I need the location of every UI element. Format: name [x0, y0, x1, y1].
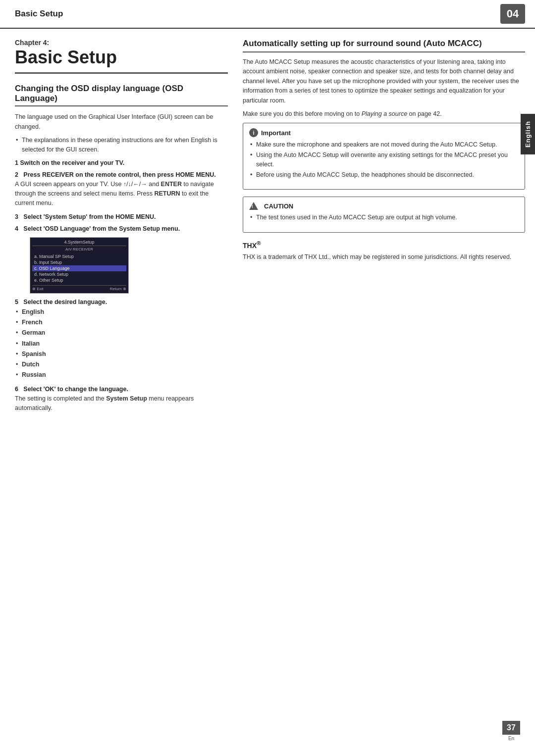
step4-title: 4 Select 'OSD Language' from the System … [15, 225, 228, 232]
top-header-bar: Basic Setup 04 [0, 0, 535, 29]
step2-body: A GUI screen appears on your TV. Use ↑/↓… [15, 180, 228, 208]
section1-intro: The language used on the Graphical User … [15, 112, 228, 132]
caution-box: ! CAUTION The test tones used in the Aut… [243, 197, 525, 233]
osd-item-3: d. Network Setup [32, 271, 126, 277]
step5-title: 5 Select the desired language. [15, 299, 228, 305]
section1-bullets: The explanations in these operating inst… [15, 136, 228, 154]
lang-dutch: Dutch [15, 359, 228, 370]
osd-menu-title: 4.SystemSetup [32, 240, 126, 246]
section2-heading: Automatically setting up for surround so… [243, 39, 525, 52]
osd-footer-exit: ⊕ Exit [32, 287, 44, 291]
caution-title: ! CAUTION [249, 202, 519, 210]
thx-body: THX is a trademark of THX Ltd., which ma… [243, 252, 525, 262]
language-side-tab: English [521, 114, 535, 154]
section2-body1: The Auto MCACC Setup measures the acoust… [243, 57, 525, 105]
important-bullet-3: Before using the Auto MCACC Setup, the h… [249, 170, 519, 180]
lang-russian: Russian [15, 370, 228, 380]
section2-body2: Make sure you do this before moving on t… [243, 109, 525, 119]
step2-title: 2 Press RECEIVER on the remote control, … [15, 171, 228, 178]
lang-english: English [15, 307, 228, 317]
lang-french: French [15, 317, 228, 328]
step6-body: The setting is completed and the System … [15, 394, 228, 413]
important-bullet-2: Using the Auto MCACC Setup will overwrit… [249, 151, 519, 169]
step1-title: 1 Switch on the receiver and your TV. [15, 159, 228, 166]
osd-item-4: e. Other Setup [32, 277, 126, 283]
step2: 2 Press RECEIVER on the remote control, … [15, 171, 228, 208]
lang-spanish: Spanish [15, 349, 228, 359]
step3-title: 3 Select 'System Setup' from the HOME ME… [15, 213, 228, 220]
important-icon: i [249, 128, 258, 137]
step5: 5 Select the desired language. English F… [15, 299, 228, 381]
page-language-code: En [502, 736, 520, 741]
lang-german: German [15, 328, 228, 338]
step6-title: 6 Select 'OK' to change the language. [15, 386, 228, 393]
main-content: Chapter 4: Basic Setup Changing the OSD … [0, 39, 535, 418]
osd-footer-return: Return ⊕ [110, 287, 126, 291]
chapter-title: Basic Setup [15, 48, 228, 74]
osd-item-0: a. Manual SP Setup [32, 253, 126, 259]
osd-menu-subtitle: A/V RECEIVER [32, 247, 126, 252]
important-bullets: Make sure the microphone and speakers ar… [249, 140, 519, 179]
important-title: i Important [249, 128, 519, 137]
important-label: Important [261, 129, 291, 137]
thx-title: THX® [243, 240, 525, 250]
caution-icon: ! [249, 202, 258, 210]
lang-italian: Italian [15, 339, 228, 349]
section1-bullet1: The explanations in these operating inst… [15, 136, 228, 154]
section1-heading: Changing the OSD display language (OSD L… [15, 84, 228, 107]
caution-bullet-1: The test tones used in the Auto MCACC Se… [249, 213, 519, 222]
caution-bullets: The test tones used in the Auto MCACC Se… [249, 213, 519, 222]
step3: 3 Select 'System Setup' from the HOME ME… [15, 213, 228, 220]
header-title: Basic Setup [15, 9, 63, 19]
page-number-area: 37 En [502, 721, 520, 741]
osd-footer: ⊕ Exit Return ⊕ [32, 285, 126, 291]
step6: 6 Select 'OK' to change the language. Th… [15, 386, 228, 413]
osd-menu-screenshot: 4.SystemSetup A/V RECEIVER a. Manual SP … [30, 237, 129, 294]
osd-item-1: b. Input Setup [32, 259, 126, 265]
step4: 4 Select 'OSD Language' from the System … [15, 225, 228, 232]
page-number: 37 [502, 721, 520, 735]
language-list: English French German Italian Spanish Du… [15, 307, 228, 381]
osd-item-2-selected: c. OSD Language [32, 265, 126, 271]
important-box: i Important Make sure the microphone and… [243, 123, 525, 190]
left-column: Chapter 4: Basic Setup Changing the OSD … [15, 39, 228, 418]
caution-label: CAUTION [264, 202, 293, 210]
right-column: Automatically setting up for surround so… [243, 39, 525, 418]
chapter-label: Chapter 4: [15, 39, 228, 47]
important-bullet-1: Make sure the microphone and speakers ar… [249, 140, 519, 150]
step1: 1 Switch on the receiver and your TV. [15, 159, 228, 166]
chapter-number-badge: 04 [500, 4, 525, 24]
thx-section: THX® THX is a trademark of THX Ltd., whi… [243, 240, 525, 262]
